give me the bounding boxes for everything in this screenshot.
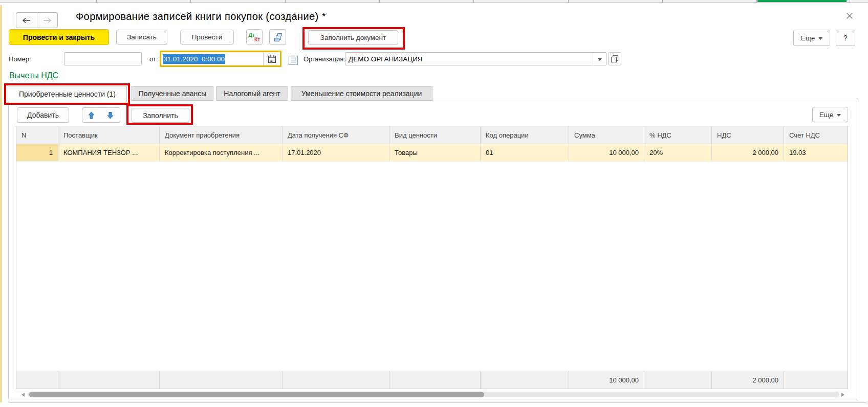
arrow-down-icon [107,111,114,119]
cell-opcode[interactable]: 01 [481,144,569,161]
column-header-supplier[interactable]: Поставщик [58,126,160,144]
footer-cell [644,371,712,389]
more-button-label: Еще [819,111,833,119]
move-up-button[interactable] [82,107,101,123]
footer-cell [16,371,58,389]
footer-cell [58,371,160,389]
organization-dropdown[interactable] [593,53,606,65]
column-header-kind[interactable]: Вид ценности [389,126,481,144]
add-row-button[interactable]: Добавить [17,107,69,123]
date-label: от: [149,55,158,63]
structure-icon [273,32,283,42]
footer-total-vat: 2 000,00 [712,371,784,389]
cell-n[interactable]: 1 [16,144,58,161]
footer-cell [784,371,848,389]
save-button[interactable]: Записать [116,30,167,44]
annotation-frame-fill [126,104,193,125]
tab-cost-reduction[interactable]: Уменьшение стоимости реализации [291,86,432,101]
more-button-top[interactable]: Еще [793,30,830,46]
date-input[interactable]: 31.01.2020 0:00:00 [160,51,281,67]
move-down-button[interactable] [100,107,120,123]
organization-input[interactable]: ДЕМО ОРГАНИЗАЦИЯ [345,52,606,65]
strip-separator [96,0,97,3]
post-and-close-button[interactable]: Провести и закрыть [9,29,109,45]
footer-cell [160,371,283,389]
page-title: Формирование записей книги покупок (созд… [76,11,326,22]
more-button-panel[interactable]: Еще [812,107,848,122]
forward-arrow-icon [43,17,52,24]
column-header-doc[interactable]: Документ приобретения [160,126,283,144]
number-label: Номер: [9,55,31,63]
column-header-opcode[interactable]: Код операции [481,126,569,144]
date-field-separator [263,52,264,65]
column-header-date[interactable]: Дата получения СФ [283,126,389,144]
cell-date[interactable]: 17.01.2020 [283,144,389,161]
calendar-icon[interactable] [268,55,276,65]
history-list-button[interactable] [288,55,298,65]
cell-doc[interactable]: Корректировка поступления ... [160,144,283,161]
more-button-label: Еще [801,34,815,42]
strip-separator [190,0,191,3]
scroll-right-icon[interactable] [841,393,844,397]
chevron-down-icon [598,58,602,61]
table-row[interactable]: 1 КОМПАНИЯ ТЕНЗОР ... Корректировка пост… [16,144,848,162]
tab-received-advances[interactable]: Полученные авансы [132,86,213,101]
chevron-down-icon [818,37,822,40]
background-tab-strip [0,0,868,3]
window-bottom-edge [9,402,866,403]
arrow-up-icon [88,111,95,119]
strip-separator [285,0,286,3]
strip-separator [662,0,663,3]
tab-label: Налоговый агент [224,89,280,98]
scroll-left-icon[interactable] [21,393,25,397]
vat-deductions-table: N Поставщик Документ приобретения Дата п… [16,126,848,389]
column-header-vat[interactable]: НДС [712,126,784,144]
back-arrow-icon [22,17,31,24]
chevron-down-icon [837,114,841,117]
forward-button[interactable] [37,13,58,28]
cell-sum[interactable]: 10 000,00 [569,144,644,161]
column-header-n[interactable]: N [16,126,58,144]
annotation-frame-fill-document [302,27,405,50]
help-button[interactable]: ? [836,30,855,46]
column-header-account[interactable]: Счет НДС [784,126,848,144]
strip-separator [756,0,757,3]
strip-separator [379,0,380,3]
footer-cell [283,371,389,389]
column-header-sum[interactable]: Сумма [569,126,644,144]
document-structure-button[interactable] [269,29,286,45]
show-postings-button[interactable]: ДтКт [246,29,263,45]
column-header-vat-rate[interactable]: % НДС [644,126,712,144]
navigation-buttons [16,12,58,28]
number-input[interactable] [64,52,142,65]
cell-vat-rate[interactable]: 20% [644,144,712,161]
cell-supplier[interactable]: КОМПАНИЯ ТЕНЗОР ... [58,144,160,161]
cell-kind[interactable]: Товары [389,144,481,161]
dtkt-icon: ДтКт [249,31,261,43]
table-header-row: N Поставщик Документ приобретения Дата п… [16,126,848,144]
list-icon [288,55,298,65]
table-footer-row: 10 000,00 2 000,00 [16,371,848,389]
cell-vat[interactable]: 2 000,00 [712,144,784,161]
horizontal-scrollbar-thumb[interactable] [29,392,484,397]
section-title: Вычеты НДС [9,71,58,80]
footer-cell [481,371,569,389]
close-icon [846,12,853,19]
close-button[interactable] [846,12,854,20]
date-value-selected: 31.01.2020 0:00:00 [163,54,225,64]
table-empty-area [16,162,848,371]
open-organization-button[interactable] [608,52,621,65]
tab-tax-agent[interactable]: Налоговый агент [216,86,288,101]
organization-value: ДЕМО ОРГАНИЗАЦИЯ [345,55,423,63]
organization-label: Организация: [303,55,345,63]
window-left-edge [0,5,2,402]
tab-label: Уменьшение стоимости реализации [301,89,422,98]
footer-cell [389,371,481,389]
annotation-frame-tab [4,83,130,105]
post-button[interactable]: Провести [180,30,234,44]
copy-icon [611,55,619,63]
active-section-indicator [757,0,847,2]
strip-separator [568,0,569,3]
cell-account[interactable]: 19.03 [784,144,848,161]
back-button[interactable] [16,13,37,28]
